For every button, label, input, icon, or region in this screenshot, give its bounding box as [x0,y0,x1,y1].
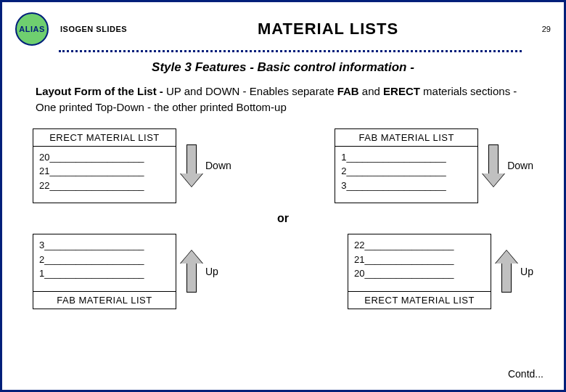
page-number: 29 [529,25,551,33]
bottom-right-group: 22_________________ 21_________________ … [348,234,533,309]
arrow-down-left: Down [181,144,231,187]
mid2: and [359,85,383,97]
top-right-group: FAB MATERIAL LIST 1___________________ 2… [335,128,533,204]
isogen-label: ISOGEN SLIDES [60,25,127,33]
up-arrow-icon [496,250,517,293]
up-text: UP [166,85,181,97]
up-label-right: Up [520,266,533,277]
fab-bold: FAB [337,85,359,97]
page-title: MATERIAL LISTS [134,20,522,38]
erect-bold: ERECT [383,85,420,97]
down-arrow-icon [181,144,202,187]
fab-list-footer: FAB MATERIAL LIST [33,291,176,309]
body-paragraph: Layout Form of the List - UP and DOWN - … [36,83,530,115]
down-text: DOWN [205,85,240,97]
fab-list-rows-bottom: 3___________________ 2__________________… [33,234,176,291]
fab-list-header: FAB MATERIAL LIST [335,129,477,147]
fab-list-box-top: FAB MATERIAL LIST 1___________________ 2… [335,128,478,204]
up-arrow-icon [181,250,202,293]
down-label-left: Down [205,160,231,171]
divider-dotted [59,50,522,53]
alias-badge: ALIAS [15,12,49,46]
erect-list-rows-bottom: 22_________________ 21_________________ … [348,234,491,291]
down-label-right: Down [507,160,533,171]
down-arrow-icon [483,144,504,187]
bottom-row: 3___________________ 2__________________… [33,234,533,309]
subtitle: Style 3 Features - Basic control informa… [15,60,551,75]
erect-list-rows: 20__________________ 21_________________… [33,147,176,203]
top-left-group: ERECT MATERIAL LIST 20__________________… [33,128,231,204]
erect-list-footer: ERECT MATERIAL LIST [348,291,491,309]
erect-list-box-top: ERECT MATERIAL LIST 20__________________… [33,128,176,204]
arrow-down-right: Down [483,144,533,187]
bottom-left-group: 3___________________ 2__________________… [33,234,218,309]
up-label-left: Up [205,266,218,277]
fab-list-rows: 1___________________ 2__________________… [335,147,477,203]
or-separator: or [33,212,533,225]
erect-list-box-bottom: 22_________________ 21_________________ … [348,234,491,309]
and-text: and [181,85,205,97]
arrow-up-left: Up [181,250,218,293]
arrow-up-right: Up [496,250,533,293]
top-row: ERECT MATERIAL LIST 20__________________… [33,128,533,204]
slide-frame: ALIAS ISOGEN SLIDES MATERIAL LISTS 29 St… [0,0,566,392]
diagram-area: ERECT MATERIAL LIST 20__________________… [33,128,533,309]
erect-list-header: ERECT MATERIAL LIST [33,129,176,147]
lead-bold: Layout Form of the List - [36,85,163,97]
header-row: ALIAS ISOGEN SLIDES MATERIAL LISTS 29 [15,12,551,46]
continued-label: Contd... [508,368,544,380]
fab-list-box-bottom: 3___________________ 2__________________… [33,234,176,309]
mid1: - Enables separate [239,85,337,97]
